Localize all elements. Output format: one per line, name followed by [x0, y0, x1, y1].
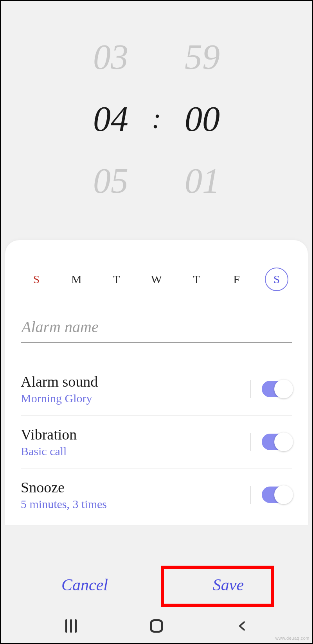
time-separator: :	[152, 103, 161, 135]
setting-vibration[interactable]: Vibration Basic call	[21, 416, 292, 469]
hour-selected: 04	[93, 99, 128, 139]
minute-prev: 59	[185, 37, 220, 77]
cancel-button[interactable]: Cancel	[13, 565, 156, 604]
day-3[interactable]: W	[145, 268, 168, 291]
home-button[interactable]	[150, 619, 163, 633]
alarm-details-card: SMTWTFS Alarm sound Morning Glory Vibrat…	[5, 240, 308, 525]
alarm-name-input[interactable]	[21, 315, 292, 343]
divider	[250, 433, 251, 451]
footer-actions: Cancel Save	[1, 565, 312, 604]
setting-subtitle: Basic call	[21, 445, 239, 458]
day-0[interactable]: S	[25, 268, 48, 291]
setting-title: Vibration	[21, 426, 239, 443]
day-selector-row: SMTWTFS	[21, 268, 292, 291]
setting-title: Alarm sound	[21, 373, 239, 390]
divider	[250, 486, 251, 504]
recents-button[interactable]	[65, 619, 77, 633]
day-4[interactable]: T	[185, 268, 208, 291]
time-picker[interactable]: 03 04 05 : 59 00 01	[1, 1, 312, 236]
setting-snooze[interactable]: Snooze 5 minutes, 3 times	[21, 469, 292, 521]
setting-alarm-sound[interactable]: Alarm sound Morning Glory	[21, 363, 292, 416]
vibration-toggle[interactable]	[262, 434, 292, 450]
hour-picker[interactable]: 03 04 05	[93, 37, 128, 201]
hour-prev: 03	[93, 37, 128, 77]
day-2[interactable]: T	[105, 268, 128, 291]
divider	[250, 380, 251, 398]
save-button[interactable]: Save	[156, 565, 300, 604]
system-nav-bar	[1, 609, 312, 643]
day-5[interactable]: F	[225, 268, 248, 291]
setting-subtitle: Morning Glory	[21, 392, 239, 405]
snooze-toggle[interactable]	[262, 487, 292, 503]
hour-next: 05	[93, 161, 128, 201]
day-6[interactable]: S	[265, 268, 288, 291]
minute-selected: 00	[185, 99, 220, 139]
minute-picker[interactable]: 59 00 01	[185, 37, 220, 201]
setting-subtitle: 5 minutes, 3 times	[21, 497, 239, 511]
day-1[interactable]: M	[65, 268, 88, 291]
back-button[interactable]	[236, 620, 248, 632]
watermark: www.deuaq.com	[275, 636, 309, 640]
setting-title: Snooze	[21, 479, 239, 496]
settings-list: Alarm sound Morning Glory Vibration Basi…	[21, 363, 292, 521]
minute-next: 01	[185, 161, 220, 201]
alarm-sound-toggle[interactable]	[262, 381, 292, 397]
